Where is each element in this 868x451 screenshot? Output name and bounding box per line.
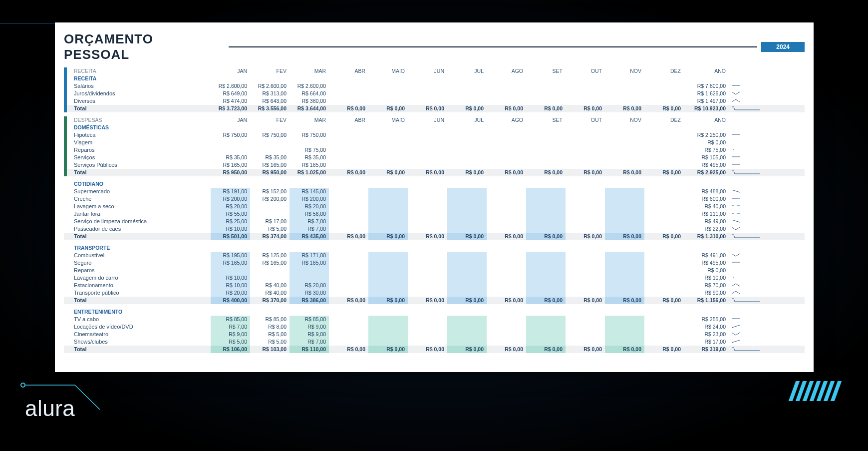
cell[interactable]	[566, 267, 605, 274]
cell[interactable]	[526, 203, 566, 210]
cell[interactable]	[408, 203, 447, 210]
cell[interactable]	[487, 195, 526, 203]
cell[interactable]	[447, 161, 487, 169]
cell[interactable]: R$ 145,00	[289, 188, 329, 195]
cell[interactable]	[447, 267, 487, 274]
year-total-cell[interactable]: R$ 488,00	[684, 188, 729, 195]
cell[interactable]	[408, 267, 447, 274]
cell[interactable]: R$ 0,00	[487, 297, 526, 304]
cell[interactable]	[447, 252, 487, 259]
cell[interactable]: JUN	[408, 116, 447, 124]
cell[interactable]	[566, 131, 605, 139]
cell[interactable]	[487, 316, 526, 323]
cell[interactable]: AGO	[487, 67, 526, 75]
cell[interactable]: R$ 40,00	[250, 289, 289, 297]
cell[interactable]	[644, 210, 684, 218]
cell[interactable]	[526, 188, 566, 195]
cell[interactable]	[605, 203, 644, 210]
cell[interactable]: R$ 0,00	[605, 233, 644, 240]
cell[interactable]	[526, 259, 566, 267]
cell[interactable]: R$ 20,00	[211, 289, 250, 297]
cell[interactable]: R$ 0,00	[447, 233, 487, 240]
year-total-cell[interactable]: R$ 600,00	[684, 195, 729, 203]
cell[interactable]	[487, 323, 526, 331]
cell[interactable]	[644, 252, 684, 259]
cell[interactable]	[644, 90, 684, 97]
cell[interactable]: R$ 165,00	[211, 161, 250, 169]
cell[interactable]: R$ 0,00	[408, 346, 447, 353]
cell[interactable]: R$ 5,00	[211, 338, 250, 346]
year-total-cell[interactable]: R$ 2.250,00	[684, 131, 729, 139]
cell[interactable]: R$ 0,00	[368, 346, 408, 353]
cell[interactable]	[447, 154, 487, 161]
year-total-cell[interactable]: R$ 0,00	[684, 139, 729, 146]
cell[interactable]: R$ 643,00	[250, 97, 289, 105]
cell[interactable]	[447, 225, 487, 233]
cell[interactable]: R$ 649,00	[211, 90, 250, 97]
cell[interactable]	[605, 90, 644, 97]
cell[interactable]	[487, 82, 526, 90]
cell[interactable]	[368, 267, 408, 274]
cell[interactable]	[526, 195, 566, 203]
cell[interactable]: R$ 152,00	[250, 188, 289, 195]
cell[interactable]: R$ 0,00	[447, 297, 487, 304]
cell[interactable]	[605, 139, 644, 146]
cell[interactable]: R$ 35,00	[289, 154, 329, 161]
cell[interactable]: MAR	[289, 116, 329, 124]
cell[interactable]	[368, 97, 408, 105]
cell[interactable]: R$ 165,00	[250, 161, 289, 169]
cell[interactable]: R$ 0,00	[408, 105, 447, 112]
cell[interactable]	[447, 203, 487, 210]
cell[interactable]	[408, 97, 447, 105]
cell[interactable]	[644, 131, 684, 139]
year-total-cell[interactable]: R$ 1.626,00	[684, 90, 729, 97]
cell[interactable]: R$ 7,00	[289, 218, 329, 225]
cell[interactable]	[408, 210, 447, 218]
cell[interactable]	[329, 259, 368, 267]
cell[interactable]	[408, 259, 447, 267]
cell[interactable]	[368, 289, 408, 297]
cell[interactable]	[605, 97, 644, 105]
cell[interactable]: R$ 0,00	[408, 297, 447, 304]
cell[interactable]	[447, 331, 487, 338]
cell[interactable]: R$ 0,00	[605, 297, 644, 304]
cell[interactable]	[368, 259, 408, 267]
cell[interactable]	[566, 203, 605, 210]
cell[interactable]	[289, 139, 329, 146]
cell[interactable]	[368, 131, 408, 139]
cell[interactable]	[526, 274, 566, 282]
cell[interactable]	[368, 225, 408, 233]
year-total-cell[interactable]: R$ 1.310,00	[684, 233, 729, 240]
cell[interactable]: SET	[526, 67, 566, 75]
cell[interactable]: R$ 0,00	[487, 105, 526, 112]
cell[interactable]	[526, 338, 566, 346]
cell[interactable]	[447, 259, 487, 267]
cell[interactable]: R$ 0,00	[526, 169, 566, 176]
cell[interactable]: R$ 0,00	[644, 105, 684, 112]
cell[interactable]	[605, 267, 644, 274]
cell[interactable]: JAN	[211, 116, 250, 124]
cell[interactable]	[526, 289, 566, 297]
cell[interactable]	[447, 195, 487, 203]
cell[interactable]: R$ 17,00	[250, 218, 289, 225]
year-total-cell[interactable]: R$ 10,00	[684, 274, 729, 282]
cell[interactable]: MAIO	[368, 67, 408, 75]
cell[interactable]	[644, 338, 684, 346]
year-total-cell[interactable]: R$ 0,00	[684, 267, 729, 274]
cell[interactable]	[526, 161, 566, 169]
year-total-cell[interactable]: ANO	[684, 67, 729, 75]
year-total-cell[interactable]: R$ 111,00	[684, 210, 729, 218]
cell[interactable]: R$ 7,00	[289, 225, 329, 233]
cell[interactable]	[566, 97, 605, 105]
cell[interactable]: R$ 1.025,00	[289, 169, 329, 176]
cell[interactable]	[526, 252, 566, 259]
year-total-cell[interactable]: R$ 105,00	[684, 154, 729, 161]
cell[interactable]	[487, 210, 526, 218]
cell[interactable]	[368, 90, 408, 97]
cell[interactable]	[526, 316, 566, 323]
cell[interactable]: R$ 191,00	[211, 188, 250, 195]
cell[interactable]: R$ 125,00	[250, 252, 289, 259]
cell[interactable]	[566, 282, 605, 289]
cell[interactable]	[487, 188, 526, 195]
cell[interactable]: DEZ	[644, 67, 684, 75]
